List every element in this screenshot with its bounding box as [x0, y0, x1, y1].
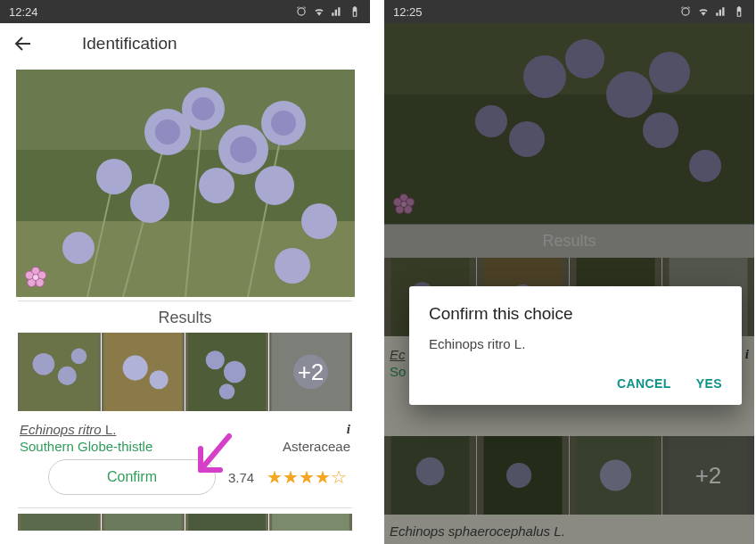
battery-icon [733, 5, 745, 18]
species-latin-name: Ec [390, 347, 406, 362]
result-thumbnail-row [18, 507, 352, 531]
result-thumbnail[interactable] [185, 514, 268, 531]
svg-point-13 [96, 159, 132, 194]
species-common-name: So [390, 364, 406, 379]
result-thumbnail [477, 436, 569, 515]
svg-point-57 [689, 150, 721, 182]
svg-point-17 [62, 232, 94, 264]
wifi-icon [313, 5, 325, 18]
result-thumbnail[interactable] [18, 333, 101, 411]
more-count-overlay: +2 [269, 333, 352, 411]
svg-point-21 [271, 111, 296, 136]
svg-point-38 [219, 383, 235, 400]
results-heading: Results [384, 224, 754, 258]
confirm-button[interactable]: Confirm [48, 459, 216, 495]
alarm-icon [679, 5, 692, 18]
svg-point-31 [71, 349, 87, 365]
screen-confirm-dialog: 12:25 Results [384, 0, 754, 544]
svg-point-27 [32, 275, 38, 281]
result-thumbnail[interactable] [269, 514, 352, 531]
species-common-name: Southern Globe-thistle [20, 439, 152, 454]
species-latin-name[interactable]: Echinops ritro L. [20, 422, 116, 437]
result-thumbnail [384, 436, 476, 515]
cancel-button[interactable]: CANCEL [617, 376, 671, 391]
svg-point-33 [123, 356, 148, 381]
result-thumbnail-row: +2 [384, 436, 754, 515]
result-thumbnail[interactable] [185, 333, 268, 411]
back-icon[interactable] [12, 33, 34, 54]
result-thumbnail[interactable] [18, 514, 101, 531]
result-thumbnail-more[interactable]: +2 [269, 333, 352, 411]
svg-point-74 [506, 463, 531, 488]
svg-point-54 [509, 121, 545, 157]
svg-point-12 [130, 184, 169, 223]
svg-point-52 [606, 71, 653, 118]
status-time: 12:24 [9, 5, 38, 19]
status-icons [679, 5, 745, 18]
alarm-icon [295, 5, 308, 18]
rating-stars: ★★★★☆ [267, 466, 347, 488]
result-thumbnail-more: +2 [662, 436, 754, 515]
svg-point-19 [192, 97, 215, 120]
status-bar: 12:25 [384, 0, 754, 23]
svg-point-56 [475, 105, 507, 137]
dialog-title: Confirm this choice [429, 304, 722, 324]
screen-identification: 12:24 Identification [0, 0, 370, 544]
svg-point-34 [150, 370, 168, 389]
species-family: Asteraceae [283, 439, 350, 454]
svg-point-51 [565, 39, 604, 78]
flower-badge-icon [23, 265, 48, 290]
status-time: 12:25 [393, 5, 423, 19]
svg-point-16 [275, 248, 310, 284]
status-bar: 12:24 [0, 0, 370, 23]
app-bar: Identification [0, 23, 370, 64]
signal-icon [331, 5, 343, 18]
battery-icon [349, 5, 361, 18]
svg-point-37 [224, 361, 246, 383]
svg-rect-44 [21, 514, 98, 531]
status-icons [295, 5, 361, 18]
svg-point-11 [255, 166, 294, 205]
svg-point-29 [33, 353, 55, 375]
confirm-dialog: Confirm this choice Echinops ritro L. CA… [409, 286, 742, 405]
result-thumbnail[interactable] [102, 333, 185, 411]
svg-point-72 [416, 457, 445, 486]
result-thumbnail-row: +2 [18, 333, 352, 411]
signal-icon [715, 5, 727, 18]
svg-point-53 [649, 52, 690, 93]
result-thumbnail [570, 436, 662, 515]
svg-rect-45 [104, 514, 182, 531]
svg-point-76 [600, 459, 631, 490]
svg-point-36 [206, 350, 225, 369]
svg-rect-46 [188, 514, 266, 531]
yes-button[interactable]: YES [696, 376, 722, 391]
results-heading: Results [18, 301, 352, 333]
svg-point-18 [155, 120, 180, 144]
info-icon[interactable]: i [347, 422, 350, 437]
result-thumbnail[interactable] [102, 514, 185, 531]
svg-point-63 [401, 202, 407, 208]
wifi-icon [697, 5, 710, 18]
svg-point-20 [230, 136, 257, 163]
info-icon: i [745, 347, 749, 362]
query-image [384, 23, 754, 224]
svg-point-50 [523, 55, 566, 98]
species-latin-name: Echinops sphaerocephalus L. [384, 515, 754, 544]
query-image[interactable] [16, 70, 355, 297]
dialog-body: Echinops ritro L. [429, 336, 722, 351]
confidence-score: 3.74 [228, 470, 254, 485]
svg-rect-47 [272, 514, 349, 531]
svg-point-15 [301, 203, 337, 239]
page-title: Identification [82, 34, 177, 54]
svg-point-14 [199, 168, 234, 203]
svg-point-55 [643, 112, 678, 148]
flower-badge-icon [391, 192, 416, 217]
more-count-overlay: +2 [662, 436, 754, 515]
svg-point-30 [58, 367, 77, 385]
